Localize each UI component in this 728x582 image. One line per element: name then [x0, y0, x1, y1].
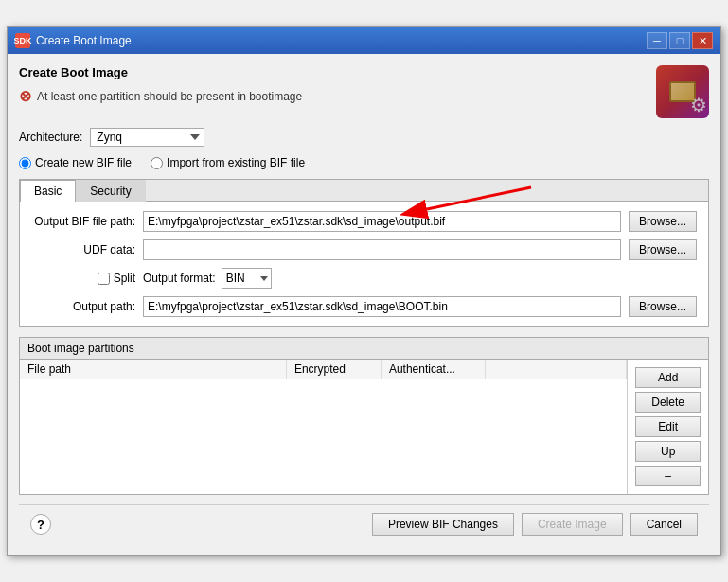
output-bif-row: Output BIF file path: Browse...	[31, 211, 697, 232]
create-new-bif-option[interactable]: Create new BIF file	[19, 156, 132, 169]
architecture-row: Architecture: Zynq Zynq UltraScale+ Micr…	[19, 128, 709, 147]
edit-partition-button[interactable]: Edit	[635, 416, 701, 437]
col-header-filepath: File path	[20, 360, 287, 379]
split-checkbox-wrapper: Split	[98, 272, 135, 285]
error-message: At least one partition should be present…	[37, 90, 302, 103]
create-new-bif-label: Create new BIF file	[35, 156, 132, 169]
title-bar: SDK Create Boot Image ─ □ ✕	[8, 27, 720, 54]
bif-options-row: Create new BIF file Import from existing…	[19, 156, 709, 169]
minimize-button[interactable]: ─	[647, 32, 667, 49]
output-format-select[interactable]: BIN MCS HEX	[222, 268, 272, 289]
split-label-area: Split	[31, 272, 135, 285]
partitions-body: File path Encrypted Authenticat... Add D…	[20, 360, 708, 494]
import-bif-label: Import from existing BIF file	[167, 156, 305, 169]
cancel-button[interactable]: Cancel	[630, 513, 698, 536]
partitions-table: File path Encrypted Authenticat...	[20, 360, 627, 494]
delete-partition-button[interactable]: Delete	[635, 392, 701, 413]
split-label: Split	[114, 272, 135, 285]
col-header-authenticated: Authenticat...	[382, 360, 486, 379]
split-row: Split Output format: BIN MCS HEX	[31, 268, 697, 289]
udf-data-label: UDF data:	[31, 243, 135, 256]
output-bif-browse-button[interactable]: Browse...	[629, 211, 697, 232]
split-checkbox[interactable]	[98, 273, 110, 285]
output-path-row: Output path: Browse...	[31, 296, 697, 317]
tab-security[interactable]: Security	[76, 180, 145, 202]
output-format-label: Output format:	[143, 272, 216, 285]
udf-data-input[interactable]	[143, 239, 621, 260]
partitions-header: Boot image partitions	[20, 338, 708, 360]
create-image-button[interactable]: Create Image	[522, 513, 623, 536]
import-bif-radio[interactable]	[151, 157, 163, 169]
tabs-container: Basic Security Output BIF file path: Bro…	[19, 179, 709, 327]
action-buttons: Preview BIF Changes Create Image Cancel	[372, 513, 698, 536]
output-format-area: Output format: BIN MCS HEX	[143, 268, 272, 289]
help-button[interactable]: ?	[30, 514, 51, 535]
udf-data-browse-button[interactable]: Browse...	[629, 239, 697, 260]
error-row: ⊗ At least one partition should be prese…	[19, 87, 302, 105]
close-button[interactable]: ✕	[692, 32, 713, 49]
tab-basic[interactable]: Basic	[20, 180, 76, 202]
col-header-encrypted: Encrypted	[287, 360, 382, 379]
preview-bif-button[interactable]: Preview BIF Changes	[372, 513, 514, 536]
table-body	[20, 379, 627, 494]
down-partition-button[interactable]: –	[635, 466, 701, 486]
app-icon: SDK	[15, 33, 30, 48]
table-header: File path Encrypted Authenticat...	[20, 360, 627, 379]
architecture-label: Architecture:	[19, 131, 82, 144]
col-header-extra	[486, 360, 627, 379]
partitions-section: Boot image partitions File path Encrypte…	[19, 337, 709, 495]
output-path-input[interactable]	[143, 296, 621, 317]
gear-icon: ⚙	[690, 94, 707, 116]
tab-bar: Basic Security	[20, 180, 708, 202]
add-partition-button[interactable]: Add	[635, 367, 701, 388]
up-partition-button[interactable]: Up	[635, 441, 701, 462]
dialog-body: Create Boot Image ⊗ At least one partiti…	[8, 54, 720, 555]
window-controls: ─ □ ✕	[647, 32, 713, 49]
dialog-title: Create Boot Image	[36, 34, 132, 47]
header-left: Create Boot Image ⊗ At least one partiti…	[19, 65, 302, 105]
output-path-label: Output path:	[31, 300, 135, 313]
architecture-select[interactable]: Zynq Zynq UltraScale+ MicroBlaze	[90, 128, 204, 147]
import-bif-option[interactable]: Import from existing BIF file	[151, 156, 305, 169]
section-title: Create Boot Image	[19, 65, 302, 79]
header-area: Create Boot Image ⊗ At least one partiti…	[19, 65, 709, 118]
udf-data-row: UDF data: Browse...	[31, 239, 697, 260]
output-bif-label: Output BIF file path:	[31, 215, 135, 228]
create-new-bif-radio[interactable]	[19, 157, 31, 169]
boot-image-icon: ⚙	[656, 65, 709, 118]
error-icon: ⊗	[19, 87, 31, 105]
output-path-browse-button[interactable]: Browse...	[629, 296, 697, 317]
output-bif-input[interactable]	[143, 211, 621, 232]
tab-basic-content: Output BIF file path: Browse... UDF data…	[20, 202, 708, 326]
maximize-button[interactable]: □	[669, 32, 690, 49]
bottom-bar: ? Preview BIF Changes Create Image Cance…	[19, 504, 709, 543]
partitions-buttons: Add Delete Edit Up –	[627, 360, 708, 494]
